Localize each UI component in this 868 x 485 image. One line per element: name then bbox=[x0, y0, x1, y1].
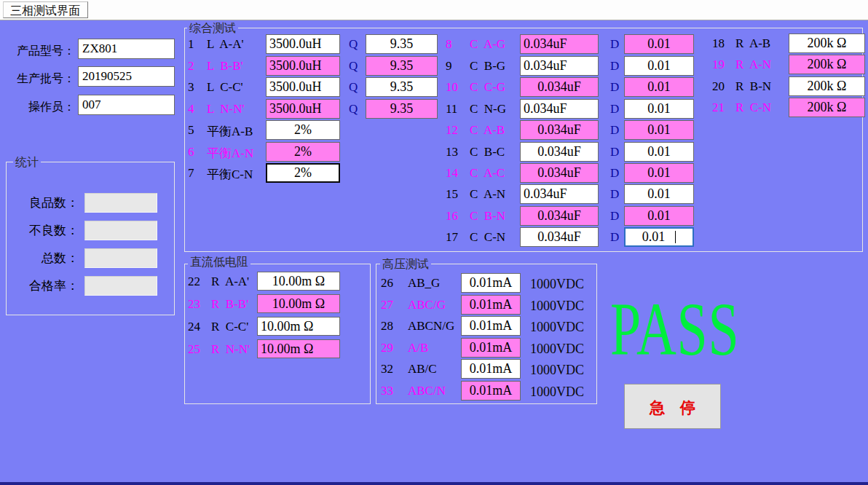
test-row-number: 9 bbox=[446, 59, 452, 74]
d-label: D bbox=[610, 102, 619, 117]
resistance-value-field[interactable]: 200k Ω bbox=[789, 76, 865, 96]
d-label: D bbox=[610, 123, 619, 138]
test-row-label: L N-N' bbox=[207, 102, 245, 117]
test-row-number: 33 bbox=[381, 384, 393, 398]
test-row-label: C C-N bbox=[470, 230, 505, 245]
inductance-value-field[interactable]: 2% bbox=[266, 163, 340, 183]
comprehensive-test-title: 综合测试 bbox=[187, 21, 238, 36]
d-value-field[interactable]: 0.01 bbox=[624, 184, 694, 204]
test-row-number: 15 bbox=[446, 187, 458, 202]
test-row-number: 12 bbox=[446, 123, 458, 138]
inductance-value-field[interactable]: 2% bbox=[266, 120, 340, 140]
hv-current-value-field[interactable]: 0.01mA bbox=[461, 338, 521, 358]
capacitance-value-field[interactable]: 0.034uF bbox=[520, 34, 599, 54]
total-count-field bbox=[84, 248, 157, 268]
test-row-label: 平衡A-N bbox=[207, 145, 253, 162]
test-row-number: 6 bbox=[188, 145, 194, 159]
d-value-field[interactable]: 0.01 bbox=[624, 34, 694, 54]
test-row-label: C C-G bbox=[470, 80, 505, 95]
test-row-label: ABCN/G bbox=[408, 319, 454, 334]
hv-current-value-field[interactable]: 0.01mA bbox=[461, 295, 521, 315]
d-value-field[interactable]: 0.01 bbox=[624, 120, 694, 140]
test-row-label: C B-C bbox=[470, 145, 505, 159]
test-row-label: AB_G bbox=[408, 276, 440, 291]
dc-resistance-value-field[interactable]: 10.00m Ω bbox=[257, 317, 340, 336]
test-row-label: 平衡A-B bbox=[207, 123, 253, 140]
test-row-number: 18 bbox=[712, 36, 725, 51]
test-row-number: 13 bbox=[446, 145, 458, 159]
test-row-label: C A-N bbox=[470, 187, 505, 202]
dc-resistance-value-field[interactable]: 10.00m Ω bbox=[257, 294, 340, 313]
test-row-number: 10 bbox=[446, 80, 458, 95]
d-value-field[interactable]: 0.01 bbox=[624, 163, 694, 183]
resistance-value-field[interactable]: 200k Ω bbox=[789, 33, 865, 53]
inductance-value-field[interactable]: 2% bbox=[266, 142, 340, 162]
q-value-field[interactable]: 9.35 bbox=[366, 99, 438, 119]
test-row-number: 14 bbox=[446, 166, 458, 181]
capacitance-value-field[interactable]: 0.034uF bbox=[520, 206, 599, 226]
test-row-number: 17 bbox=[446, 230, 458, 245]
capacitance-value-field[interactable]: 0.034uF bbox=[520, 142, 599, 162]
test-row-label: R A-N bbox=[735, 58, 771, 72]
dc-resistance-value-field[interactable]: 10.00m Ω bbox=[257, 272, 340, 291]
test-row-number: 32 bbox=[381, 362, 393, 376]
operator-label: 操作员： bbox=[4, 100, 75, 115]
test-row-label: C A-B bbox=[470, 123, 505, 138]
d-label: D bbox=[610, 166, 619, 181]
hv-current-value-field[interactable]: 0.01mA bbox=[461, 359, 521, 379]
d-value-field[interactable]: 0.01 bbox=[624, 227, 694, 247]
test-row-number: 2 bbox=[188, 59, 194, 74]
capacitance-value-field[interactable]: 0.034uF bbox=[520, 99, 599, 119]
test-row-label: C B-N bbox=[470, 209, 505, 224]
three-phase-test-screen: 三相测试界面 产品型号： ZX801 生产批号： 20190525 操作员： 0… bbox=[0, 0, 868, 485]
emergency-stop-button[interactable]: 急 停 bbox=[624, 384, 721, 429]
capacitance-value-field[interactable]: 0.034uF bbox=[520, 120, 599, 140]
inductance-value-field[interactable]: 3500.0uH bbox=[266, 34, 340, 54]
d-value-field[interactable]: 0.01 bbox=[624, 77, 694, 97]
d-value-field[interactable]: 0.01 bbox=[624, 142, 694, 162]
test-row-number: 26 bbox=[381, 276, 393, 291]
hv-current-value-field[interactable]: 0.01mA bbox=[461, 273, 521, 293]
hv-current-value-field[interactable]: 0.01mA bbox=[461, 381, 521, 401]
product-model-input[interactable]: ZX801 bbox=[78, 39, 175, 59]
capacitance-value-field[interactable]: 0.034uF bbox=[520, 184, 599, 204]
inductance-value-field[interactable]: 3500.0uH bbox=[266, 77, 340, 97]
good-count-label: 良品数： bbox=[12, 194, 79, 211]
test-row-label: L B-B' bbox=[207, 59, 243, 74]
test-row-number: 11 bbox=[446, 102, 457, 117]
capacitance-value-field[interactable]: 0.034uF bbox=[520, 56, 599, 76]
pass-rate-label: 合格率： bbox=[12, 277, 79, 294]
hv-current-value-field[interactable]: 0.01mA bbox=[461, 316, 521, 336]
batch-number-input[interactable]: 20190525 bbox=[78, 66, 175, 87]
test-row-label: L C-C' bbox=[207, 80, 243, 95]
d-value-field[interactable]: 0.01 bbox=[624, 99, 694, 119]
capacitance-value-field[interactable]: 0.034uF bbox=[520, 163, 599, 183]
d-value-field[interactable]: 0.01 bbox=[624, 206, 694, 226]
d-label: D bbox=[610, 37, 619, 52]
q-label: Q bbox=[349, 37, 358, 52]
test-row-number: 29 bbox=[381, 341, 393, 355]
test-row-label: 平衡C-N bbox=[207, 166, 253, 183]
inductance-value-field[interactable]: 3500.0uH bbox=[266, 99, 340, 119]
q-value-field[interactable]: 9.35 bbox=[366, 34, 438, 54]
tab-three-phase-test[interactable]: 三相测试界面 bbox=[3, 1, 88, 18]
text-cursor bbox=[675, 231, 676, 243]
q-value-field[interactable]: 9.35 bbox=[366, 56, 438, 76]
d-value-field[interactable]: 0.01 bbox=[624, 56, 694, 76]
q-label: Q bbox=[349, 59, 358, 74]
capacitance-value-field[interactable]: 0.034uF bbox=[520, 227, 599, 247]
test-row-number: 4 bbox=[188, 102, 194, 117]
dc-resistance-value-field[interactable]: 10.00m Ω bbox=[257, 339, 340, 358]
operator-input[interactable]: 007 bbox=[78, 95, 175, 115]
q-value-field[interactable]: 9.35 bbox=[366, 77, 438, 97]
test-row-number: 28 bbox=[381, 319, 393, 334]
inductance-value-field[interactable]: 3500.0uH bbox=[266, 56, 340, 76]
capacitance-value-field[interactable]: 0.034uF bbox=[520, 77, 599, 97]
hv-test-title: 高压测试 bbox=[380, 257, 431, 272]
tab-bar: 三相测试界面 bbox=[0, 0, 868, 20]
q-label: Q bbox=[349, 80, 358, 95]
test-row-number: 20 bbox=[712, 79, 725, 94]
resistance-value-field[interactable]: 200k Ω bbox=[789, 55, 865, 74]
resistance-value-field[interactable]: 200k Ω bbox=[789, 98, 865, 117]
pass-rate-field bbox=[84, 276, 157, 296]
